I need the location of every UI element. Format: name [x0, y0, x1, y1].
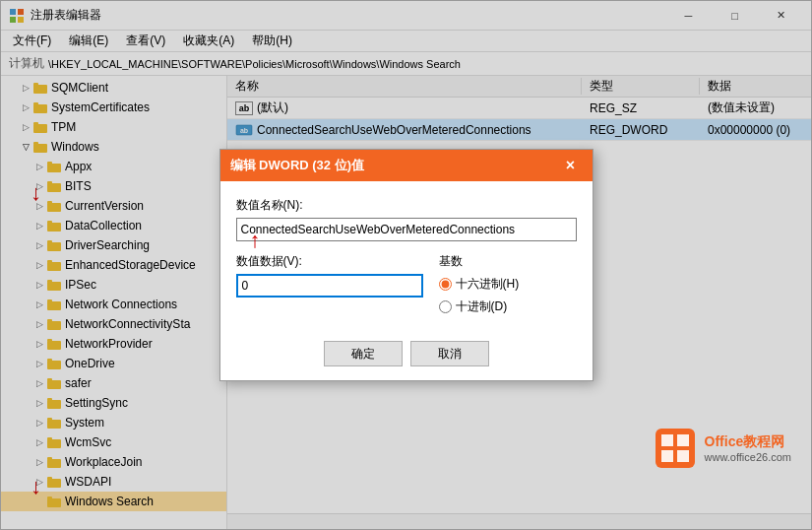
dialog-titlebar: 编辑 DWORD (32 位)值 × — [220, 150, 593, 181]
dialog-close-button[interactable]: × — [559, 154, 583, 177]
watermark-text: Office教程网 www.office26.com — [705, 433, 791, 463]
dialog-data-label: 数值数据(V): — [236, 253, 423, 270]
dialog-base-section: 基数 十六进制(H) 十进制(D) — [439, 253, 577, 321]
radio-hex[interactable] — [439, 278, 452, 291]
watermark-line2: www.office26.com — [705, 451, 791, 463]
dialog-red-arrow-up: ↑ — [250, 228, 261, 253]
svg-rect-54 — [661, 450, 673, 462]
watermark-line1: Office教程网 — [705, 433, 791, 451]
ok-button[interactable]: 确定 — [324, 341, 403, 366]
dialog-name-label: 数值名称(N): — [236, 197, 577, 214]
svg-rect-52 — [661, 434, 673, 446]
cancel-button[interactable]: 取消 — [410, 341, 489, 366]
dialog-row: 数值数据(V): 基数 十六进制(H) 十进制(D) — [236, 253, 577, 321]
dialog-body: 数值名称(N): 数值数据(V): 基数 十六进制(H) — [220, 181, 593, 333]
radio-hex-label: 十六进制(H) — [456, 276, 520, 293]
dialog-name-input[interactable] — [236, 218, 577, 241]
radio-hex-item: 十六进制(H) — [439, 276, 577, 293]
radio-decimal-item: 十进制(D) — [439, 298, 577, 315]
svg-rect-55 — [677, 450, 689, 462]
office-logo — [654, 427, 697, 470]
edit-dword-dialog: 编辑 DWORD (32 位)值 × 数值名称(N): 数值数据(V): 基数 — [219, 149, 593, 381]
radio-decimal-label: 十进制(D) — [456, 298, 508, 315]
dialog-data-input[interactable] — [236, 274, 423, 298]
radio-decimal[interactable] — [439, 300, 452, 313]
dialog-base-label: 基数 — [439, 253, 577, 270]
dialog-buttons: 确定 取消 — [220, 333, 593, 380]
watermark: Office教程网 www.office26.com — [654, 427, 791, 470]
dialog-value-section: 数值数据(V): — [236, 253, 423, 298]
dialog-title: 编辑 DWORD (32 位)值 — [230, 157, 559, 174]
main-window: 注册表编辑器 ─ □ ✕ 文件(F) 编辑(E) 查看(V) 收藏夹(A) 帮助… — [0, 0, 812, 530]
svg-rect-53 — [677, 434, 689, 446]
